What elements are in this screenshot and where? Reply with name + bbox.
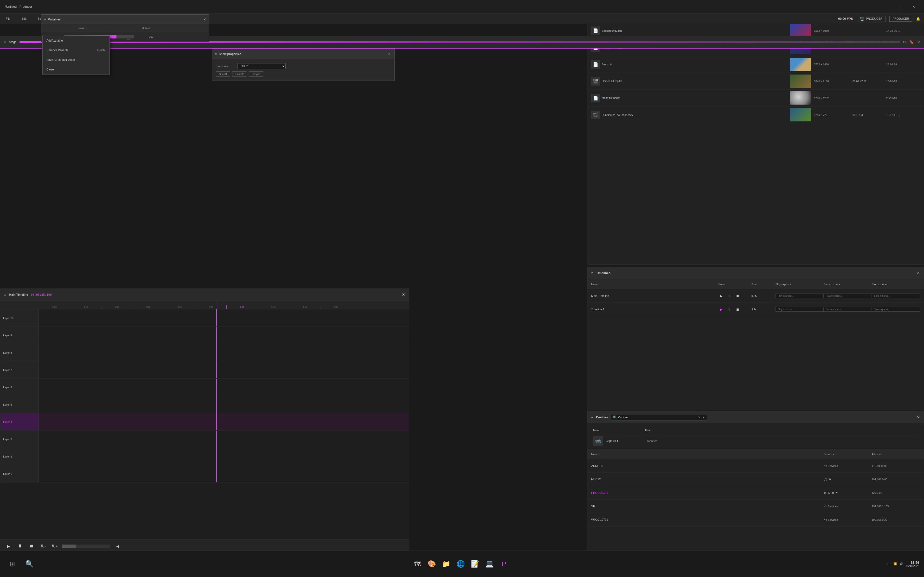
show-properties-header: ≡ Show properties ✕	[212, 49, 394, 60]
timeline-pause-1[interactable]: ⏸	[726, 306, 733, 313]
dev-col-name-header[interactable]: Name ↑	[591, 453, 824, 456]
timeline-play-expr-main[interactable]	[775, 293, 824, 298]
show-properties-title: Show properties	[219, 52, 241, 56]
devices-close-button[interactable]: ✕	[917, 415, 920, 419]
timeline-play-expr-1[interactable]	[775, 307, 824, 311]
layer-row-8: Layer 8	[0, 344, 409, 361]
context-menu-remove-variable[interactable]: Remove Variable Delete	[43, 45, 110, 55]
device-row-wp20[interactable]: WP20-10799 No Services 192.168.0.20	[587, 513, 924, 527]
menu-file[interactable]: File	[4, 16, 12, 21]
timeline-stop-button[interactable]: ⏹	[27, 542, 36, 551]
taskbar-windows-icon[interactable]: ⊞	[5, 557, 19, 571]
var-default-value: 100	[134, 35, 168, 38]
timeline-end-button[interactable]: |◀	[113, 542, 121, 551]
timeline-pause-expr-main[interactable]	[824, 293, 872, 298]
variables-close-button[interactable]: ✕	[204, 18, 206, 21]
timelines-close-button[interactable]: ✕	[917, 271, 920, 275]
timeline-controls-1: ▶ ⏸ ⏹	[718, 306, 751, 313]
taskbar-chrome-icon[interactable]: 🌐	[454, 557, 468, 571]
timeline-stop-1[interactable]: ⏹	[734, 306, 741, 313]
device-row-sp[interactable]: SP No Services 192.168.1.183	[587, 500, 924, 513]
scrollbar-thumb	[62, 545, 76, 548]
layer-content-9	[39, 327, 409, 344]
taskbar-app2-icon[interactable]: 📁	[439, 557, 454, 571]
close-button[interactable]: ✕	[908, 3, 919, 11]
asset-dur-horses: 00:02:47.12	[853, 80, 886, 83]
ruler-0:15: 0:15	[101, 305, 132, 309]
show-properties-panel: ≡ Show properties ✕ Frame rate 60 FPS 30…	[212, 48, 395, 81]
clock-date: 16/10/2023	[906, 564, 919, 567]
taskbar-wifi-icon: 📶	[893, 562, 897, 566]
context-menu-add-variable[interactable]: Add Variable	[43, 36, 110, 45]
timeline-scrollbar[interactable]	[62, 545, 110, 548]
timeline-stop-main[interactable]: ⏹	[734, 293, 741, 299]
maximize-button[interactable]: □	[896, 3, 907, 11]
capture-device-row[interactable]: 📹 Capture 1 (Capture)	[591, 435, 920, 447]
taskbar-app3-icon[interactable]: 💻	[483, 557, 497, 571]
asset-row-beach[interactable]: 📄 Beach.tif 3752 × 1480 23-08-18 ...	[587, 56, 924, 73]
notifications-icon[interactable]: 🔔	[916, 17, 920, 21]
context-menu-save-default[interactable]: Save As Default Value	[43, 55, 110, 64]
devices-search-container: 🔍 ✕ ▼	[611, 414, 707, 421]
taskbar-notes-icon[interactable]: 📝	[468, 557, 483, 571]
asset-dim-bg2: 3552 × 1080	[814, 29, 853, 32]
timeline-play-1[interactable]: ▶	[718, 306, 725, 313]
tl-col-stop: Stop express...	[872, 283, 920, 285]
timeline-pause-expr-1[interactable]	[824, 307, 872, 311]
variables-icon: ≡	[44, 18, 46, 21]
script-btn-2[interactable]: Script2	[232, 71, 247, 77]
device-name-producer: PRODUCER	[591, 491, 824, 495]
taskbar-center: 🗺 🎨 📁 🌐 📝 💻 P	[39, 557, 882, 571]
asset-row-running[interactable]: 🎬 RunningOnTheBeach.m2v 1280 × 720 00:12…	[587, 106, 924, 123]
frame-rate-select[interactable]: 60 FPS 30 FPS 25 FPS 24 FPS	[237, 63, 286, 69]
stage-label: Stage	[9, 40, 16, 44]
taskbar-search-icon[interactable]: 🔍	[22, 557, 37, 571]
timeline-panel-close-button[interactable]: ✕	[402, 292, 405, 297]
device-address-wp20: 192.168.0.20	[872, 518, 920, 521]
timelines-title: Timelines	[596, 271, 611, 275]
stage-close-icon[interactable]: ✕	[917, 40, 920, 45]
asset-dim-moon: 1200 × 1202	[814, 97, 853, 100]
timeline-stop-expr-main[interactable]	[872, 293, 920, 298]
timeline-pause-button[interactable]: ⏸	[16, 542, 24, 551]
timeline-zoom-in-button[interactable]: 🔍+	[50, 542, 59, 551]
stage-bookmark-icon[interactable]: 🔖	[909, 40, 914, 45]
dev-col-services-header: Services	[824, 453, 872, 456]
asset-row-horses[interactable]: 🎬 Horses 4K.mp4✩ 3840 × 2160 00:02:47.12…	[587, 73, 924, 90]
device-row-assets[interactable]: ASSETS No Services 172.10.19.92	[587, 459, 924, 473]
script-btn-3[interactable]: Script3	[249, 71, 263, 77]
taskbar-producer-app-icon[interactable]: P	[497, 557, 511, 571]
asset-date-running: 12-12-11 ...	[886, 113, 920, 116]
devices-icon: ≡	[591, 416, 593, 419]
show-properties-close-button[interactable]: ✕	[386, 51, 391, 57]
layer-label-7: Layer 7	[0, 361, 39, 379]
layer-row-9: Layer 9	[0, 327, 409, 344]
timelines-icon: ≡	[591, 271, 593, 275]
asset-name-bg2: Background2.jpg	[602, 29, 790, 32]
devices-search-dropdown[interactable]: ▼	[702, 416, 705, 419]
asset-row-moon[interactable]: 📄 Moon full.png✩ 1200 × 1202 23-10-16 ..…	[587, 90, 924, 106]
timeline-row-1[interactable]: Timeline 1 ▶ ⏸ ⏹ 3:24	[587, 303, 924, 316]
timeline-header-bar: ≡ Main Timeline 00:00:35.100 ✕	[0, 289, 409, 301]
timeline-stop-expr-1[interactable]	[872, 307, 920, 311]
clock-time: 13:56	[906, 561, 919, 564]
devices-search-input[interactable]	[618, 414, 696, 420]
timeline-zoom-out-button[interactable]: 🔍-	[39, 542, 47, 551]
device-table-header: Name ↑ Services Address	[587, 449, 924, 459]
timeline-play-main[interactable]: ▶	[718, 293, 725, 299]
devices-search-clear[interactable]: ✕	[698, 416, 701, 419]
taskbar-app1-icon[interactable]: 🎨	[425, 557, 439, 571]
timeline-row-main[interactable]: Main Timeline ▶ ⏸ ⏹ 0:35	[587, 289, 924, 303]
minimize-button[interactable]: —	[883, 3, 894, 11]
timeline-pause-main[interactable]: ⏸	[726, 293, 733, 299]
layer-label-5: Layer 5	[0, 396, 39, 413]
timeline-play-button[interactable]: ▶	[4, 542, 13, 551]
device-row-producer[interactable]: PRODUCER 🖥 ⚙ ★ ✦ 127.0.0.1	[587, 486, 924, 500]
device-row-nuc12[interactable]: NUC12 🎵 🖥 192.168.0.80	[587, 473, 924, 486]
timeline-name-1: Timeline 1	[591, 308, 718, 311]
menu-edit[interactable]: Edit	[19, 16, 28, 21]
taskbar-map-icon[interactable]: 🗺	[410, 557, 425, 571]
taskbar-right: ENG 📶 🔊 13:56 16/10/2023	[885, 561, 919, 567]
script-btn-1[interactable]: Script1	[216, 71, 230, 77]
context-menu-close[interactable]: Close	[43, 64, 110, 74]
